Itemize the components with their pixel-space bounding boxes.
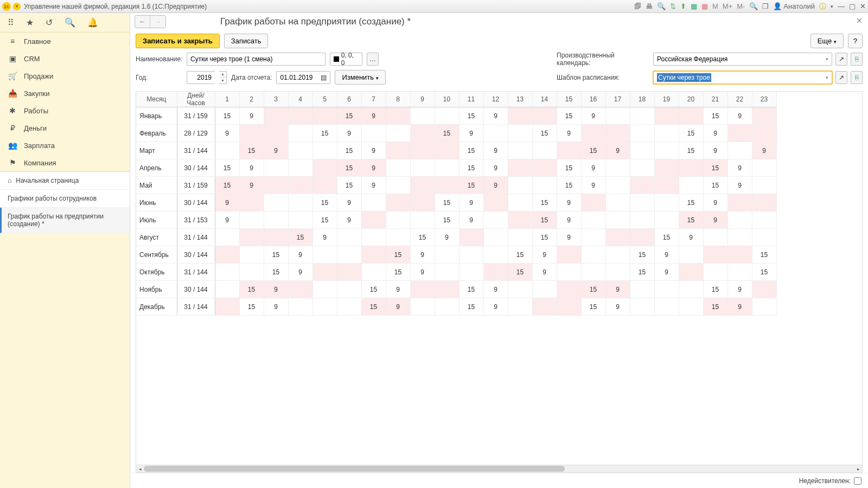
grid-day-cell[interactable]: 15: [337, 142, 361, 159]
grid-day-cell[interactable]: 15: [752, 264, 776, 281]
grid-day-cell[interactable]: [386, 125, 410, 142]
grid-day-cell[interactable]: [288, 194, 312, 211]
grid-day-cell[interactable]: [386, 194, 410, 211]
grid-day-cell[interactable]: 15: [581, 142, 605, 159]
grid-day-cell[interactable]: [630, 125, 654, 142]
change-button[interactable]: Изменить ▾: [335, 70, 385, 85]
sidebar-item-5[interactable]: ₽Деньги: [0, 119, 130, 137]
grid-day-cell[interactable]: 9: [215, 125, 239, 142]
calendar-field[interactable]: ▾: [653, 53, 832, 66]
grid-day-cell[interactable]: 9: [727, 107, 752, 125]
calc-icon[interactable]: ▦: [691, 2, 697, 10]
grid-day-cell[interactable]: [630, 211, 654, 229]
grid-day-cell[interactable]: 9: [483, 159, 508, 177]
grid-day-cell[interactable]: 9: [459, 194, 483, 211]
grid-day-cell[interactable]: [239, 229, 264, 246]
grid-day-cell[interactable]: 15: [459, 177, 483, 194]
grid-day-cell[interactable]: 9: [727, 281, 752, 298]
grid-day-cell[interactable]: [654, 177, 679, 194]
grid-day-cell[interactable]: 15: [679, 125, 703, 142]
memory-mminus[interactable]: M-: [737, 2, 745, 10]
grid-day-cell[interactable]: [605, 211, 630, 229]
grid-day-cell[interactable]: [459, 264, 483, 281]
grid-day-cell[interactable]: 9: [337, 211, 361, 229]
grid-day-cell[interactable]: [508, 211, 532, 229]
grid-day-cell[interactable]: [386, 211, 410, 229]
grid-day-cell[interactable]: 9: [215, 211, 239, 229]
grid-day-cell[interactable]: [337, 264, 361, 281]
sidebar-open-item-0[interactable]: ⌂Начальная страница: [0, 172, 130, 190]
grid-day-cell[interactable]: [386, 159, 410, 177]
grid-day-cell[interactable]: [288, 107, 312, 125]
grid-day-cell[interactable]: [654, 281, 679, 298]
grid-day-cell[interactable]: [605, 194, 630, 211]
grid-day-cell[interactable]: [288, 177, 312, 194]
grid-day-cell[interactable]: [288, 298, 312, 316]
grid-day-cell[interactable]: 15: [630, 264, 654, 281]
grid-day-cell[interactable]: 9: [557, 194, 581, 211]
grid-day-cell[interactable]: [410, 298, 435, 316]
grid-day-cell[interactable]: [239, 211, 264, 229]
grid-day-cell[interactable]: [508, 125, 532, 142]
grid-day-cell[interactable]: [483, 211, 508, 229]
grid-day-cell[interactable]: 9: [483, 142, 508, 159]
grid-day-cell[interactable]: 9: [557, 229, 581, 246]
grid-day-cell[interactable]: 9: [557, 211, 581, 229]
grid-day-cell[interactable]: [605, 125, 630, 142]
grid-day-cell[interactable]: [532, 159, 557, 177]
grid-day-cell[interactable]: [654, 159, 679, 177]
grid-day-cell[interactable]: 9: [483, 107, 508, 125]
grid-day-cell[interactable]: [435, 246, 459, 264]
grid-day-cell[interactable]: [410, 142, 435, 159]
grid-day-cell[interactable]: 15: [435, 194, 459, 211]
grid-day-cell[interactable]: [605, 229, 630, 246]
grid-day-cell[interactable]: [752, 159, 776, 177]
sidebar-item-2[interactable]: 🛒Продажи: [0, 67, 130, 85]
grid-day-cell[interactable]: [239, 125, 264, 142]
grid-day-cell[interactable]: 9: [459, 125, 483, 142]
grid-day-cell[interactable]: 9: [239, 159, 264, 177]
bell-icon[interactable]: 🔔: [87, 17, 98, 28]
grid-day-cell[interactable]: [312, 159, 337, 177]
grid-day-cell[interactable]: [581, 264, 605, 281]
grid-day-cell[interactable]: 9: [703, 142, 727, 159]
zoom-icon[interactable]: 🔍: [749, 2, 758, 10]
grid-day-cell[interactable]: [581, 229, 605, 246]
grid-day-cell[interactable]: [752, 125, 776, 142]
grid-day-cell[interactable]: 15: [557, 107, 581, 125]
grid-day-cell[interactable]: [410, 194, 435, 211]
grid-day-cell[interactable]: 9: [288, 264, 312, 281]
grid-day-cell[interactable]: [288, 159, 312, 177]
grid-day-cell[interactable]: 9: [483, 281, 508, 298]
grid-day-cell[interactable]: [581, 211, 605, 229]
sidebar-item-4[interactable]: ✱Работы: [0, 102, 130, 119]
grid-day-cell[interactable]: [508, 298, 532, 316]
grid-day-cell[interactable]: [605, 177, 630, 194]
grid-day-cell[interactable]: [752, 298, 776, 316]
grid-day-cell[interactable]: [630, 107, 654, 125]
grid-day-cell[interactable]: 9: [557, 125, 581, 142]
grid-day-cell[interactable]: [264, 229, 288, 246]
grid-day-cell[interactable]: [752, 211, 776, 229]
grid-day-cell[interactable]: [361, 211, 386, 229]
grid-day-cell[interactable]: 9: [703, 125, 727, 142]
grid-day-cell[interactable]: [239, 246, 264, 264]
grid-day-cell[interactable]: 9: [264, 298, 288, 316]
grid-day-cell[interactable]: 9: [727, 159, 752, 177]
sidebar-item-0[interactable]: ≡Главное: [0, 33, 130, 50]
year-input[interactable]: [190, 74, 212, 81]
grid-day-cell[interactable]: 9: [410, 246, 435, 264]
grid-day-cell[interactable]: 15: [361, 281, 386, 298]
grid-day-cell[interactable]: [630, 194, 654, 211]
grid-day-cell[interactable]: 15: [337, 159, 361, 177]
grid-day-cell[interactable]: 15: [703, 281, 727, 298]
grid-day-cell[interactable]: 15: [459, 298, 483, 316]
grid-day-cell[interactable]: [215, 281, 239, 298]
more-button[interactable]: Еще ▾: [810, 34, 844, 48]
grid-day-cell[interactable]: [532, 142, 557, 159]
grid-day-cell[interactable]: [727, 211, 752, 229]
grid-day-cell[interactable]: [361, 264, 386, 281]
grid-day-cell[interactable]: [630, 142, 654, 159]
sidebar-open-item-2[interactable]: График работы на предприятии (создание) …: [0, 208, 130, 233]
grid-day-cell[interactable]: 15: [508, 264, 532, 281]
